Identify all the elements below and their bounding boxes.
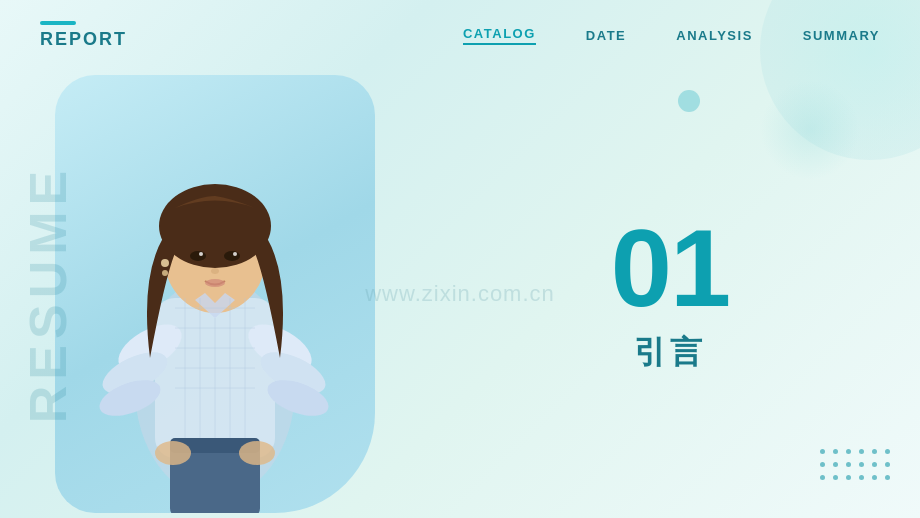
dot-row-3 (820, 475, 890, 480)
dot (885, 475, 890, 480)
dot (833, 449, 838, 454)
logo-area: REPORT (40, 21, 127, 50)
section-title-chinese: 引言 (634, 331, 706, 375)
nav-item-date[interactable]: DATE (586, 28, 626, 43)
svg-point-16 (233, 252, 237, 256)
dot (872, 475, 877, 480)
svg-point-14 (224, 251, 240, 261)
dot (833, 475, 838, 480)
svg-point-32 (239, 441, 275, 465)
dot (859, 449, 864, 454)
dot (820, 462, 825, 467)
dot (846, 462, 851, 467)
nav-item-summary[interactable]: SUMMARY (803, 28, 880, 43)
section-number: 01 (611, 213, 729, 323)
svg-point-13 (190, 251, 206, 261)
dot-row-1 (820, 449, 890, 454)
logo-text[interactable]: REPORT (40, 29, 127, 50)
dot (885, 449, 890, 454)
dot (859, 475, 864, 480)
svg-point-19 (161, 259, 169, 267)
person-image-card (55, 75, 375, 513)
dot (833, 462, 838, 467)
dot (846, 475, 851, 480)
nav-links: CATALOG DATE ANALYSIS SUMMARY (463, 26, 880, 45)
person-svg (55, 78, 375, 513)
header: REPORT CATALOG DATE ANALYSIS SUMMARY (0, 0, 920, 70)
svg-point-20 (162, 270, 168, 276)
dot (820, 449, 825, 454)
dot-row-2 (820, 462, 890, 467)
dot (872, 449, 877, 454)
accent-circle-decoration (678, 90, 700, 112)
dot-grid-decoration (820, 449, 890, 488)
dot (859, 462, 864, 467)
dot (846, 449, 851, 454)
logo-bar-icon (40, 21, 76, 25)
nav-item-analysis[interactable]: ANALYSIS (676, 28, 753, 43)
nav-item-catalog[interactable]: CATALOG (463, 26, 536, 45)
svg-point-15 (199, 252, 203, 256)
svg-point-18 (205, 279, 225, 287)
dot (820, 475, 825, 480)
dot (885, 462, 890, 467)
main-content: RESUME 01 引言 www.zixin.com.cn (0, 70, 920, 518)
dot (872, 462, 877, 467)
svg-point-17 (211, 268, 219, 274)
svg-point-31 (155, 441, 191, 465)
